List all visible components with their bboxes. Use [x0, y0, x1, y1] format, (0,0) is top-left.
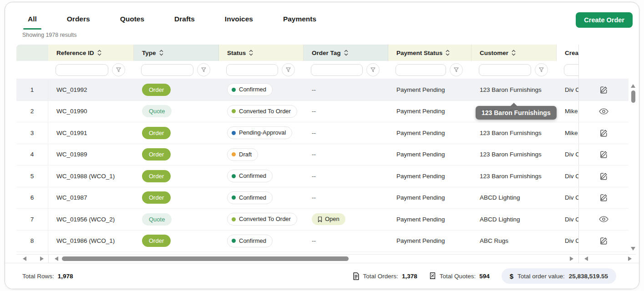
row-number-cell: 6: [16, 187, 48, 209]
total-rows-label: Total Rows:: [22, 273, 54, 280]
customer-filter-input[interactable]: [479, 64, 531, 76]
reference-id-filter-button[interactable]: [112, 63, 125, 76]
reference-id-filter-input[interactable]: [56, 64, 108, 76]
sort-chevrons-icon[interactable]: [446, 50, 450, 56]
customer-tooltip: 123 Baron Furnishings: [476, 106, 557, 120]
payment-status-cell: Payment Pending: [388, 166, 472, 187]
order-tag-cell: --: [304, 187, 388, 209]
payment-status-value: Payment Pending: [396, 237, 445, 244]
type-cell: Order: [134, 187, 219, 209]
row-number-cell: 4: [16, 144, 48, 166]
row-number: 3: [30, 130, 34, 136]
created-by-cell: Mike: [557, 101, 578, 122]
table-row[interactable]: 5 WC_01988 (WCO_1) Order Confirmed -- Pa…: [16, 166, 629, 187]
main-scroll-right-icon[interactable]: [570, 256, 573, 261]
vertical-scrollbar-thumb[interactable]: [631, 90, 635, 103]
funnel-icon: [286, 67, 291, 72]
row-number-cell: 5: [16, 166, 48, 187]
created-by-value: Mike: [565, 108, 578, 115]
total-quotes-value: 594: [479, 273, 490, 280]
order-tag-empty: --: [312, 108, 316, 115]
table-row[interactable]: 8 WC_01986 (WCO_1) Order Confirmed -- Pa…: [16, 231, 629, 252]
order-tag-badge: Open: [312, 213, 345, 225]
payment-status-value: Payment Pending: [396, 130, 445, 136]
type-pill: Order: [142, 170, 171, 182]
table-row[interactable]: 7 WC_01956 (WCO_2) Quote Converted To Or…: [16, 209, 629, 231]
tab-orders[interactable]: Orders: [62, 15, 95, 30]
payment-status-cell: Payment Pending: [388, 231, 472, 252]
sort-chevrons-icon[interactable]: [344, 50, 348, 56]
status-dot-icon: [232, 174, 236, 178]
sort-chevrons-icon[interactable]: [249, 50, 253, 56]
payment-status-cell: Payment Pending: [388, 79, 472, 100]
tab-payments[interactable]: Payments: [279, 15, 321, 30]
pinned-scroll-left-icon[interactable]: [584, 256, 588, 261]
type-filter-input[interactable]: [141, 64, 193, 76]
status-pill: Confirmed: [227, 83, 273, 96]
header-actions: [578, 45, 629, 61]
edit-icon[interactable]: [599, 172, 608, 181]
header-created-truncated[interactable]: Crea: [557, 45, 578, 61]
edit-icon[interactable]: [599, 85, 608, 94]
header-reference-id[interactable]: Reference ID: [48, 45, 134, 61]
edit-icon[interactable]: [599, 129, 608, 137]
status-label: Converted To Order: [239, 216, 291, 223]
table-row[interactable]: 4 WC_01989 Order Draft -- Payment Pendin…: [16, 144, 629, 166]
header-status[interactable]: Status: [219, 45, 304, 61]
created-by-value: Div C: [565, 86, 578, 93]
status-pill: Pending-Approval: [227, 126, 292, 139]
vertical-scroll-up-icon[interactable]: [631, 84, 635, 88]
reference-id-value: WC_01992: [56, 86, 87, 93]
table-row[interactable]: 6 WC_01987 Order Confirmed -- Payment Pe…: [16, 187, 629, 209]
sort-chevrons-icon[interactable]: [159, 50, 163, 56]
order-tag-cell: --: [304, 144, 388, 166]
sort-chevrons-icon[interactable]: [512, 50, 516, 56]
edit-icon[interactable]: [599, 193, 608, 202]
order-tag-filter-button[interactable]: [366, 63, 380, 76]
row-number: 8: [30, 237, 34, 244]
customer-cell: ABCD Lighting: [472, 209, 557, 230]
status-filter-button[interactable]: [282, 63, 295, 76]
horizontal-scrollbar-thumb[interactable]: [62, 256, 349, 261]
vertical-scroll-down-icon[interactable]: [631, 247, 635, 251]
filter-cell-empty: [16, 61, 48, 79]
tab-all[interactable]: All: [23, 15, 41, 30]
pinned-scroll-right-icon[interactable]: [628, 256, 632, 261]
type-pill: Order: [142, 148, 171, 161]
order-tag-filter-input[interactable]: [311, 64, 363, 76]
created-by-cell: Div C: [557, 187, 578, 209]
table-row[interactable]: 1 WC_01992 Order Confirmed -- Payment Pe…: [16, 79, 629, 101]
eye-icon[interactable]: [599, 216, 609, 222]
main-scroll-left-icon[interactable]: [55, 256, 58, 261]
header-type[interactable]: Type: [134, 45, 219, 61]
payment-status-filter-input[interactable]: [396, 64, 446, 76]
frozen-scroll-left-icon[interactable]: [23, 256, 26, 261]
tab-bar: All Orders Quotes Drafts Invoices Paymen…: [23, 9, 321, 30]
customer-cell: 123 Baron Furnishings: [472, 122, 557, 144]
eye-icon[interactable]: [599, 108, 609, 115]
header-order-tag[interactable]: Order Tag: [304, 45, 388, 61]
edit-icon[interactable]: [599, 236, 608, 245]
edit-icon[interactable]: [599, 150, 608, 159]
create-order-button[interactable]: Create Order: [576, 12, 633, 28]
customer-value: ABC Rugs: [480, 237, 508, 244]
type-filter-button[interactable]: [197, 63, 210, 76]
created-filter-input[interactable]: [564, 64, 578, 76]
type-pill: Order: [142, 235, 171, 247]
reference-id-cell: WC_01956 (WCO_2): [48, 209, 134, 230]
header-payment-status[interactable]: Payment Status: [388, 45, 472, 61]
status-filter-input[interactable]: [226, 64, 278, 76]
payment-status-filter-button[interactable]: [450, 63, 463, 76]
tab-invoices[interactable]: Invoices: [220, 15, 258, 30]
header-customer[interactable]: Customer: [472, 45, 557, 61]
status-cell: Converted To Order: [219, 209, 304, 230]
funnel-icon: [201, 67, 206, 72]
sort-chevrons-icon[interactable]: [97, 50, 101, 56]
row-number: 1: [30, 86, 34, 93]
tab-drafts[interactable]: Drafts: [170, 15, 199, 30]
table-row[interactable]: 3 WC_01991 Order Pending-Approval -- Pay…: [16, 122, 629, 144]
customer-filter-button[interactable]: [535, 63, 548, 76]
customer-cell: 123 Baron Furnishings: [472, 166, 557, 187]
frozen-scroll-right-icon[interactable]: [40, 256, 44, 261]
tab-quotes[interactable]: Quotes: [116, 15, 149, 30]
